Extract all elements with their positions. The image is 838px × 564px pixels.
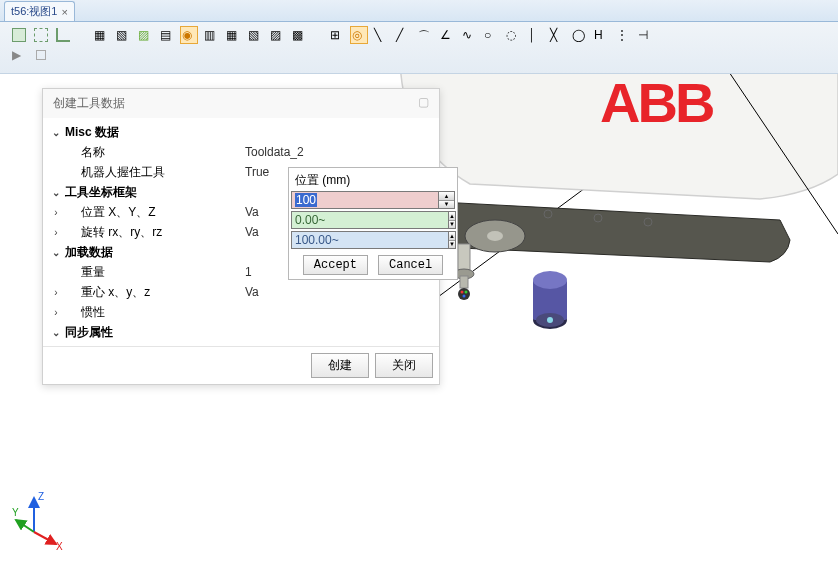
select-mode-3[interactable] xyxy=(54,26,72,44)
select-mode-1[interactable] xyxy=(10,26,28,44)
misc-header: Misc 数据 xyxy=(63,124,245,141)
snap-3[interactable]: ▨ xyxy=(136,26,154,44)
popup-title: 位置 (mm) xyxy=(291,170,455,191)
circle-tool[interactable]: ○ xyxy=(482,26,500,44)
cancel-button[interactable]: Cancel xyxy=(378,255,443,275)
svg-line-21 xyxy=(34,532,56,544)
y-up-icon[interactable]: ▲ xyxy=(449,212,455,221)
cube-or-icon: ◉ xyxy=(182,28,196,42)
circle-icon: ○ xyxy=(484,28,498,42)
position-popup: 位置 (mm) 100 ▲▼ ▲▼ ▲▼ Accept Cancel xyxy=(288,167,458,280)
misc-tool-3[interactable]: ⊣ xyxy=(636,26,654,44)
document-tab[interactable]: t56:视图1 × xyxy=(4,1,75,21)
name-label: 名称 xyxy=(63,144,245,161)
target-icon: ◎ xyxy=(352,28,366,42)
close-button[interactable]: 关闭 xyxy=(375,353,433,378)
inertia-label: 惯性 xyxy=(63,304,245,321)
dialog-titlebar[interactable]: 创建工具数据 ▢ xyxy=(43,89,439,118)
svg-point-9 xyxy=(463,295,466,298)
cube7-icon: ▦ xyxy=(226,28,240,42)
play-button[interactable]: ▶ xyxy=(10,46,28,64)
circle-tool-3[interactable]: ◯ xyxy=(570,26,588,44)
brand-logo: ABB xyxy=(600,74,713,134)
y-down-icon[interactable]: ▼ xyxy=(449,221,455,229)
close-tab-icon[interactable]: × xyxy=(61,6,67,18)
cog-value[interactable]: Va xyxy=(245,285,433,299)
cube4-icon: ▤ xyxy=(160,28,174,42)
cube3-icon: ▨ xyxy=(138,28,152,42)
expand-cog[interactable]: › xyxy=(49,287,63,298)
svg-line-20 xyxy=(16,520,34,532)
z-down-icon[interactable]: ▼ xyxy=(449,241,455,249)
line1-icon: ╲ xyxy=(374,28,388,42)
accept-button[interactable]: Accept xyxy=(303,255,368,275)
snap-5-active[interactable]: ◉ xyxy=(180,26,198,44)
grid-2-active[interactable]: ◎ xyxy=(350,26,368,44)
z-spinner[interactable]: ▲▼ xyxy=(449,231,456,249)
pos-label: 位置 X、Y、Z xyxy=(63,204,245,221)
grid-1[interactable]: ⊞ xyxy=(328,26,346,44)
name-value[interactable]: Tooldata_2 xyxy=(245,145,433,159)
toolbar-row-1: ▦ ▧ ▨ ▤ ◉ ▥ ▦ ▧ ▨ ▩ ⊞ ◎ ╲ ╱ ⌒ ∠ ∿ ○ ◌ │ … xyxy=(10,26,828,44)
expand-load[interactable]: ⌄ xyxy=(49,247,63,258)
snap-9[interactable]: ▨ xyxy=(268,26,286,44)
grid-icon: ⊞ xyxy=(330,28,344,42)
expand-inertia[interactable]: › xyxy=(49,307,63,318)
x-up-icon[interactable]: ▲ xyxy=(439,192,454,201)
svg-rect-5 xyxy=(460,276,468,288)
z-input[interactable] xyxy=(291,231,449,249)
line-tool-2[interactable]: ╱ xyxy=(394,26,412,44)
stop-button[interactable] xyxy=(32,46,50,64)
snap-7[interactable]: ▦ xyxy=(224,26,242,44)
x-down-icon[interactable]: ▼ xyxy=(439,201,454,209)
line-tool-7[interactable]: ╳ xyxy=(548,26,566,44)
create-button[interactable]: 创建 xyxy=(311,353,369,378)
circle-tool-2[interactable]: ◌ xyxy=(504,26,522,44)
line-tool-6[interactable]: │ xyxy=(526,26,544,44)
play-icon: ▶ xyxy=(12,48,26,62)
dialog-title-text: 创建工具数据 xyxy=(53,95,125,112)
misc-tool-1[interactable]: H xyxy=(592,26,610,44)
axis-gizmo[interactable]: Z Y X xyxy=(12,490,72,550)
snap-2[interactable]: ▧ xyxy=(114,26,132,44)
expand-pos[interactable]: › xyxy=(49,207,63,218)
svg-rect-3 xyxy=(458,244,470,270)
line-tool-1[interactable]: ╲ xyxy=(372,26,390,44)
line-tool-3[interactable]: ⌒ xyxy=(416,26,434,44)
end-icon: ⊣ xyxy=(638,28,652,42)
x-axis-label: X xyxy=(56,541,63,550)
x-input[interactable]: 100 xyxy=(291,191,439,209)
z-axis-label: Z xyxy=(38,491,44,502)
expand-sync[interactable]: ⌄ xyxy=(49,327,63,338)
snap-10[interactable]: ▩ xyxy=(290,26,308,44)
select-mode-2[interactable] xyxy=(32,26,50,44)
cube9-icon: ▨ xyxy=(270,28,284,42)
x-spinner[interactable]: ▲▼ xyxy=(439,191,455,209)
svg-point-8 xyxy=(465,291,468,294)
line7-icon: ╳ xyxy=(550,28,564,42)
expand-misc[interactable]: ⌄ xyxy=(49,127,63,138)
line-tool-5[interactable]: ∿ xyxy=(460,26,478,44)
h-icon: H xyxy=(594,28,608,42)
svg-point-7 xyxy=(461,291,464,294)
snap-1[interactable]: ▦ xyxy=(92,26,110,44)
corner-icon xyxy=(56,28,70,42)
y-input[interactable] xyxy=(291,211,449,229)
cube8-icon: ▧ xyxy=(248,28,262,42)
toolbar-row-2: ▶ xyxy=(10,46,828,64)
stop-icon xyxy=(36,50,46,60)
rot-label: 旋转 rx、ry、rz xyxy=(63,224,245,241)
dialog-close-icon[interactable]: ▢ xyxy=(418,95,429,112)
line-tool-4[interactable]: ∠ xyxy=(438,26,456,44)
misc-tool-2[interactable]: ⋮ xyxy=(614,26,632,44)
cog-label: 重心 x、y、z xyxy=(63,284,245,301)
expand-rot[interactable]: › xyxy=(49,227,63,238)
expand-frame[interactable]: ⌄ xyxy=(49,187,63,198)
snap-8[interactable]: ▧ xyxy=(246,26,264,44)
snap-6[interactable]: ▥ xyxy=(202,26,220,44)
line3-icon: ⌒ xyxy=(418,28,432,42)
y-spinner[interactable]: ▲▼ xyxy=(449,211,456,229)
z-up-icon[interactable]: ▲ xyxy=(449,232,455,241)
main-toolbar: ▦ ▧ ▨ ▤ ◉ ▥ ▦ ▧ ▨ ▩ ⊞ ◎ ╲ ╱ ⌒ ∠ ∿ ○ ◌ │ … xyxy=(0,22,838,74)
snap-4[interactable]: ▤ xyxy=(158,26,176,44)
